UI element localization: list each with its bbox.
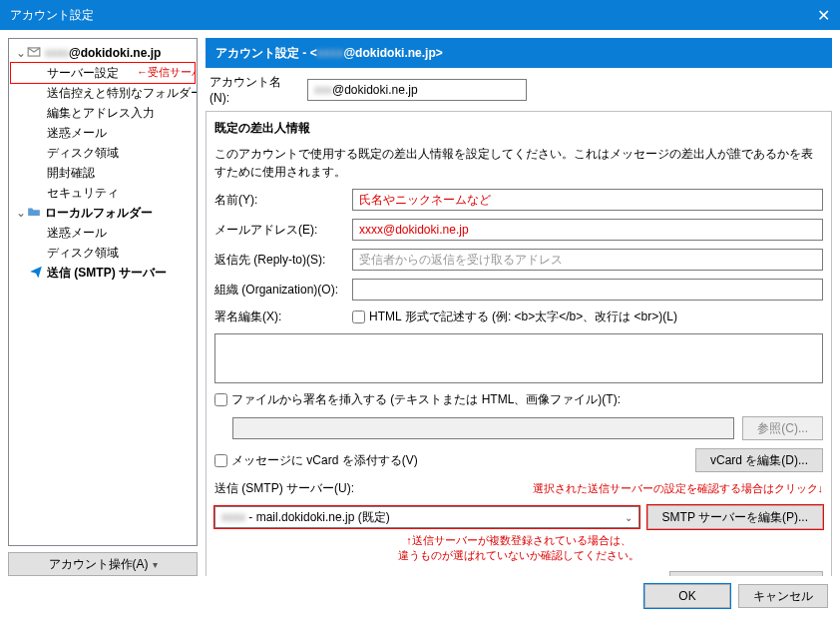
- file-signature-checkbox[interactable]: ファイルから署名を挿入する (テキストまたは HTML、画像ファイル)(T):: [214, 391, 823, 408]
- reply-label: 返信先 (Reply-to)(S):: [214, 252, 344, 269]
- account-tree: ⌄ xxxx@dokidoki.ne.jp サーバー設定 ←受信サーバーの設定確…: [8, 38, 198, 546]
- reply-input[interactable]: [352, 249, 823, 271]
- send-icon: [29, 265, 43, 282]
- browse-button: 参照(C)...: [742, 416, 823, 440]
- vcard-checkbox[interactable]: メッセージに vCard を添付する(V): [214, 452, 418, 469]
- tree-item-local-disk[interactable]: ディスク領域: [11, 243, 195, 263]
- org-label: 組織 (Organization)(O):: [214, 282, 344, 299]
- tree-local-root[interactable]: ⌄ ローカルフォルダー: [11, 203, 195, 223]
- org-input[interactable]: [352, 279, 823, 301]
- content-panel: アカウント設定 - <xxxx@dokidoki.ne.jp> アカウント名(N…: [206, 38, 832, 576]
- email-input[interactable]: [352, 219, 823, 241]
- tree-account-label: @dokidoki.ne.jp: [69, 46, 161, 60]
- close-icon[interactable]: ✕: [817, 6, 830, 25]
- annotation-server: ←受信サーバーの設定確認をする場合はクリック: [137, 65, 198, 80]
- tree-item-compose[interactable]: 編集とアドレス入力: [11, 103, 195, 123]
- annotation-smtp-top: 選択された送信サーバーの設定を確認する場合はクリック↓: [533, 481, 824, 496]
- account-name-field[interactable]: xxx@dokidoki.ne.jp: [307, 79, 527, 101]
- section-title: 既定の差出人情報: [214, 120, 823, 137]
- tree-item-security[interactable]: セキュリティ: [11, 183, 195, 203]
- smtp-label: 送信 (SMTP) サーバー(U):: [214, 480, 354, 497]
- tree-smtp-label: 送信 (SMTP) サーバー: [47, 265, 167, 282]
- tree-item-local-junk[interactable]: 迷惑メール: [11, 223, 195, 243]
- folder-icon: [27, 205, 41, 222]
- sidebar: ⌄ xxxx@dokidoki.ne.jp サーバー設定 ←受信サーバーの設定確…: [8, 38, 198, 576]
- blurred-text: xxxx: [317, 46, 344, 60]
- section-description: このアカウントで使用する既定の差出人情報を設定してください。これはメッセージの差…: [214, 145, 823, 181]
- account-name-label: アカウント名(N):: [210, 74, 299, 105]
- signature-label: 署名編集(X):: [214, 309, 344, 325]
- chevron-down-icon: ⌄: [625, 512, 632, 523]
- tree-item-disk[interactable]: ディスク領域: [11, 143, 195, 163]
- account-operations-button[interactable]: アカウント操作(A) ▾: [8, 552, 198, 576]
- name-label: 名前(Y):: [214, 192, 344, 209]
- window-title: アカウント設定: [10, 7, 94, 24]
- name-input[interactable]: [352, 189, 823, 211]
- identity-section: 既定の差出人情報 このアカウントで使用する既定の差出人情報を設定してください。こ…: [206, 111, 832, 576]
- chevron-down-icon: ▾: [153, 559, 158, 570]
- edit-vcard-button[interactable]: vCard を編集(D)...: [695, 448, 823, 472]
- chevron-down-icon[interactable]: ⌄: [15, 206, 27, 220]
- edit-smtp-button[interactable]: SMTP サーバーを編集(P)...: [647, 505, 823, 529]
- dialog-footer: OK キャンセル: [0, 584, 840, 618]
- html-signature-checkbox[interactable]: HTML 形式で記述する (例: <b>太字</b>、改行は <br>)(L): [352, 309, 677, 325]
- signature-textarea[interactable]: [214, 333, 823, 383]
- titlebar: アカウント設定 ✕: [0, 0, 840, 30]
- cancel-button[interactable]: キャンセル: [738, 584, 828, 608]
- manage-identities-button[interactable]: 差出人情報を管理(M)...: [669, 571, 823, 576]
- annotation-smtp-bottom1: ↑送信サーバーが複数登録されている場合は、: [214, 533, 823, 548]
- tree-item-copies[interactable]: 送信控えと特別なフォルダー: [11, 83, 195, 103]
- content-header: アカウント設定 - <xxxx@dokidoki.ne.jp>: [206, 38, 832, 68]
- mail-icon: [27, 45, 41, 62]
- tree-local-label: ローカルフォルダー: [45, 205, 153, 222]
- signature-file-input: [232, 417, 734, 439]
- annotation-smtp-bottom2: 違うものが選ばれていないか確認してください。: [214, 548, 823, 563]
- chevron-down-icon[interactable]: ⌄: [15, 46, 27, 60]
- smtp-select[interactable]: xxxx - mail.dokidoki.ne.jp (既定) ⌄: [214, 506, 639, 528]
- tree-item-junk[interactable]: 迷惑メール: [11, 123, 195, 143]
- tree-smtp[interactable]: 送信 (SMTP) サーバー: [11, 263, 195, 283]
- blurred-text: xxxx: [45, 46, 69, 60]
- email-label: メールアドレス(E):: [214, 222, 344, 239]
- tree-item-receipts[interactable]: 開封確認: [11, 163, 195, 183]
- ok-button[interactable]: OK: [644, 584, 730, 608]
- tree-account-root[interactable]: ⌄ xxxx@dokidoki.ne.jp: [11, 43, 195, 63]
